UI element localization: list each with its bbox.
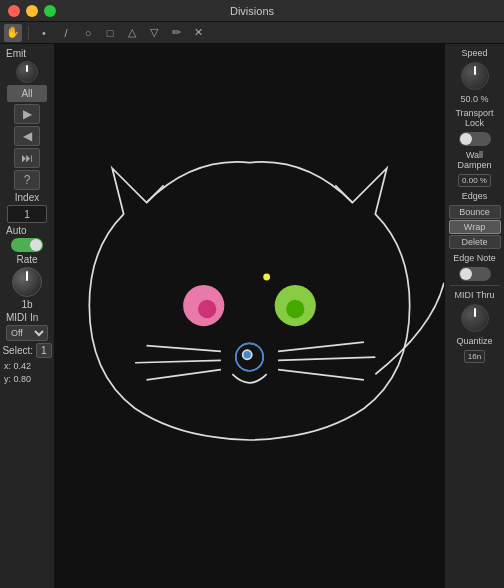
title-bar: Divisions [0,0,504,22]
speed-knob[interactable] [461,62,489,90]
minimize-button[interactable] [26,5,38,17]
window-title: Divisions [230,5,274,17]
svg-point-2 [198,300,216,318]
svg-line-14 [335,185,352,202]
wall-dampen-value[interactable]: 0.00 % [458,174,491,187]
tool-dot[interactable]: • [35,24,53,42]
delete-edge-button[interactable]: Delete [449,235,501,249]
auto-toggle[interactable] [11,238,43,252]
svg-line-7 [147,346,221,352]
transport-lock-toggle[interactable] [459,132,491,146]
tool-separator [28,26,29,40]
bounce-button[interactable]: Bounce [449,205,501,219]
select-row: Select: 1 [2,343,51,358]
rate-knob[interactable] [12,267,42,297]
index-input[interactable]: 1 [7,205,47,223]
rate-label: Rate [16,254,37,265]
transport-lock-knob [460,133,472,145]
toolbar: ✋ • / ○ □ △ ▽ ✏ ✕ [0,22,504,44]
main-layout: Emit All ▶ ◀ ⏭ ? Index 1 Auto Rate 1b MI… [0,44,504,588]
tool-circle[interactable]: ○ [79,24,97,42]
rate-value: 1b [21,299,32,310]
divider [450,285,500,286]
edge-note-toggle[interactable] [459,267,491,281]
edge-note-knob [460,268,472,280]
svg-line-8 [135,360,221,362]
select-value[interactable]: 1 [36,343,52,358]
tool-line[interactable]: / [57,24,75,42]
all-button[interactable]: All [7,85,47,102]
y-coord: y: 0.80 [4,373,31,386]
emit-knob[interactable] [16,61,38,83]
tool-pen[interactable]: ✏ [167,24,185,42]
toggle-knob [30,239,42,251]
right-sidebar: Speed 50.0 % Transport Lock Wall Dampen … [444,44,504,588]
tool-triangle[interactable]: △ [123,24,141,42]
emit-label: Emit [6,48,26,59]
speed-label: Speed [461,48,487,58]
skip-button[interactable]: ⏭ [14,148,40,168]
quantize-value[interactable]: 16n [464,350,485,363]
midi-select[interactable]: Off On [6,325,48,341]
canvas-svg [55,44,444,588]
wall-dampen-label: Wall Dampen [449,150,500,170]
canvas-area[interactable] [55,44,444,588]
back-button[interactable]: ◀ [14,126,40,146]
svg-line-13 [147,185,164,202]
x-coord: x: 0.42 [4,360,31,373]
window-controls[interactable] [8,5,56,17]
tool-triangle-down[interactable]: ▽ [145,24,163,42]
quantize-label: Quantize [456,336,492,346]
index-label: Index [15,192,39,203]
svg-point-3 [286,300,304,318]
svg-line-11 [278,357,375,360]
maximize-button[interactable] [44,5,56,17]
transport-lock-label: Transport Lock [449,108,500,128]
edge-note-label: Edge Note [453,253,496,263]
select-label: Select: [2,345,33,356]
auto-label: Auto [6,225,27,236]
svg-line-10 [278,342,364,351]
svg-point-6 [243,350,252,359]
svg-line-9 [147,370,221,380]
play-button[interactable]: ▶ [14,104,40,124]
svg-line-12 [278,370,364,380]
close-button[interactable] [8,5,20,17]
wrap-button[interactable]: Wrap [449,220,501,234]
midi-label: MIDI In [6,312,38,323]
speed-value: 50.0 % [460,94,488,104]
tool-eraser[interactable]: ✕ [189,24,207,42]
midi-thru-label: MIDI Thru [455,290,495,300]
tool-square[interactable]: □ [101,24,119,42]
xy-coords: x: 0.42 y: 0.80 [4,360,31,385]
tool-hand[interactable]: ✋ [4,24,22,42]
midi-thru-knob[interactable] [461,304,489,332]
question-button[interactable]: ? [14,170,40,190]
edges-label: Edges [462,191,488,201]
edges-buttons: Bounce Wrap Delete [449,205,501,249]
left-sidebar: Emit All ▶ ◀ ⏭ ? Index 1 Auto Rate 1b MI… [0,44,55,588]
svg-point-15 [263,274,270,281]
